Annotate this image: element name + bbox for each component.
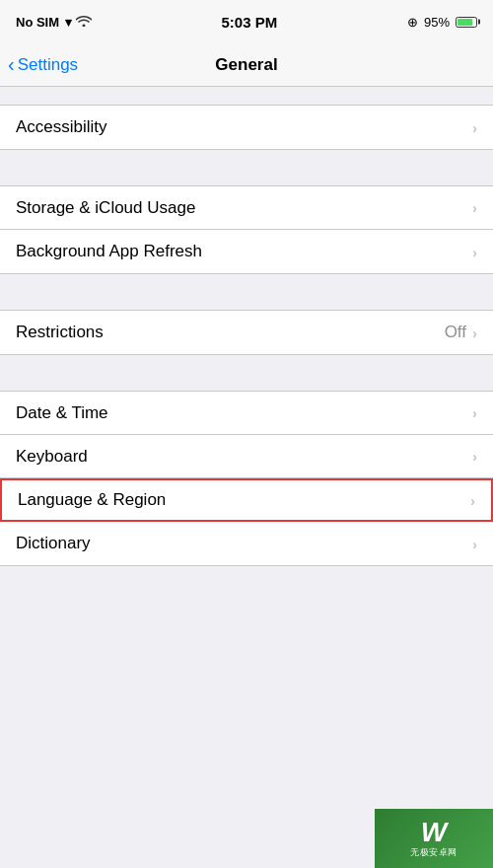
dictionary-label: Dictionary <box>16 534 91 553</box>
settings-content: Accessibility › Storage & iCloud Usage ›… <box>0 87 493 584</box>
section-gap-1 <box>0 87 493 105</box>
restrictions-label: Restrictions <box>16 323 104 342</box>
language-region-chevron-icon: › <box>470 492 475 509</box>
section-gap-4 <box>0 355 493 391</box>
nav-bar: ‹ Settings General <box>0 43 493 87</box>
background-refresh-label: Background App Refresh <box>16 242 202 261</box>
keyboard-label: Keyboard <box>16 447 88 467</box>
dictionary-chevron-icon: › <box>472 536 477 552</box>
language-region-right: › <box>470 492 475 509</box>
restrictions-chevron-icon: › <box>472 325 477 341</box>
date-time-label: Date & Time <box>16 403 108 423</box>
background-refresh-right: › <box>472 244 477 260</box>
date-time-right: › <box>472 404 477 421</box>
settings-row-storage[interactable]: Storage & iCloud Usage › <box>0 186 493 230</box>
storage-chevron-icon: › <box>472 199 477 216</box>
restrictions-value: Off <box>445 323 466 342</box>
section-gap-bottom <box>0 566 493 584</box>
accessibility-chevron-icon: › <box>472 119 477 136</box>
watermark-text: 无极安卓网 <box>410 846 458 859</box>
back-button[interactable]: ‹ Settings <box>8 55 78 75</box>
storage-label: Storage & iCloud Usage <box>16 198 195 218</box>
restrictions-right: Off › <box>445 323 477 342</box>
storage-right: › <box>472 199 477 216</box>
keyboard-chevron-icon: › <box>472 448 477 465</box>
settings-row-restrictions[interactable]: Restrictions Off › <box>0 311 493 354</box>
settings-group-4: Date & Time › Keyboard › Language & Regi… <box>0 391 493 566</box>
status-carrier-wifi: No SIM ▾ <box>16 15 92 30</box>
settings-group-1: Accessibility › <box>0 105 493 150</box>
watermark-letter: W <box>421 819 447 846</box>
status-right: ⊕ 95% <box>407 15 477 30</box>
carrier-text: No SIM <box>16 15 59 30</box>
settings-row-keyboard[interactable]: Keyboard › <box>0 435 493 478</box>
settings-group-2: Storage & iCloud Usage › Background App … <box>0 185 493 274</box>
back-chevron-icon: ‹ <box>8 54 15 74</box>
keyboard-right: › <box>472 448 477 465</box>
date-time-chevron-icon: › <box>472 404 477 421</box>
background-refresh-chevron-icon: › <box>472 244 477 260</box>
settings-row-date-time[interactable]: Date & Time › <box>0 392 493 435</box>
settings-row-dictionary[interactable]: Dictionary › <box>0 522 493 565</box>
settings-group-3: Restrictions Off › <box>0 310 493 355</box>
settings-row-background-refresh[interactable]: Background App Refresh › <box>0 230 493 273</box>
section-gap-3 <box>0 274 493 310</box>
status-time: 5:03 PM <box>221 14 277 31</box>
settings-row-language-region[interactable]: Language & Region › <box>0 478 493 522</box>
battery-percent: 95% <box>424 15 450 30</box>
accessibility-label: Accessibility <box>16 117 107 137</box>
status-bar: No SIM ▾ 5:03 PM ⊕ 95% <box>0 0 493 43</box>
battery-icon <box>456 17 477 28</box>
page-title: General <box>215 55 277 75</box>
wifi-icon: ▾ <box>65 15 92 30</box>
back-label: Settings <box>18 55 78 75</box>
language-region-label: Language & Region <box>18 490 166 510</box>
watermark: W 无极安卓网 <box>375 809 493 868</box>
location-icon: ⊕ <box>407 15 418 30</box>
accessibility-right: › <box>472 119 477 136</box>
dictionary-right: › <box>472 536 477 552</box>
settings-row-accessibility[interactable]: Accessibility › <box>0 106 493 149</box>
section-gap-2 <box>0 150 493 185</box>
